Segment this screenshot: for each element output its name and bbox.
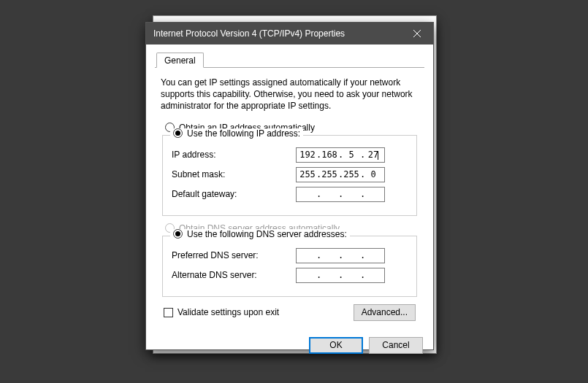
validate-row[interactable]: Validate settings upon exit: [164, 307, 279, 317]
radio-ip-manual[interactable]: [173, 128, 183, 138]
intro-text: You can get IP settings assigned automat…: [161, 77, 419, 112]
alternate-dns-input[interactable]: . . .: [296, 268, 385, 283]
radio-ip-manual-label: Use the following IP address:: [187, 128, 300, 139]
ip-address-label: IP address:: [172, 150, 296, 160]
mask-oct2[interactable]: 255: [321, 169, 338, 179]
preferred-dns-input[interactable]: . . .: [296, 248, 385, 263]
advanced-button[interactable]: Advanced...: [354, 304, 416, 321]
close-button[interactable]: [400, 23, 433, 45]
mask-oct4[interactable]: 0: [364, 169, 382, 179]
group-ip-legend[interactable]: Use the following IP address:: [170, 128, 303, 139]
client-area: General You can get IP settings assigned…: [146, 45, 433, 330]
validate-checkbox[interactable]: [164, 308, 173, 317]
mask-oct3[interactable]: 255: [343, 169, 360, 179]
alternate-dns-label: Alternate DNS server:: [172, 270, 296, 280]
tab-body-general: You can get IP settings assigned automat…: [155, 68, 424, 321]
tab-strip: General: [155, 52, 424, 68]
subnet-mask-label: Subnet mask:: [172, 169, 296, 179]
properties-dialog: Internet Protocol Version 4 (TCP/IPv4) P…: [145, 22, 434, 350]
ip-addr-oct1[interactable]: 192: [299, 150, 316, 160]
radio-dns-manual[interactable]: [173, 229, 183, 239]
validate-label: Validate settings upon exit: [177, 307, 279, 317]
cancel-button[interactable]: Cancel: [369, 337, 423, 354]
close-icon: [413, 30, 421, 37]
text-caret: [378, 151, 378, 160]
group-ip: Use the following IP address: IP address…: [162, 135, 417, 216]
group-dns: Use the following DNS server addresses: …: [162, 236, 417, 297]
tab-general[interactable]: General: [156, 53, 204, 68]
window-title: Internet Protocol Version 4 (TCP/IPv4) P…: [153, 28, 345, 39]
default-gateway-label: Default gateway:: [172, 189, 296, 199]
ip-addr-oct3[interactable]: 5: [343, 150, 360, 160]
dialog-footer: OK Cancel: [146, 330, 433, 361]
mask-oct1[interactable]: 255: [299, 169, 316, 179]
ip-addr-oct4[interactable]: 27: [364, 150, 382, 160]
ok-button[interactable]: OK: [309, 337, 363, 354]
radio-dns-manual-label: Use the following DNS server addresses:: [187, 229, 347, 239]
ip-address-input[interactable]: 192. 168. 5. 27: [296, 147, 385, 163]
subnet-mask-input[interactable]: 255. 255. 255. 0: [296, 167, 385, 182]
titlebar: Internet Protocol Version 4 (TCP/IPv4) P…: [146, 23, 433, 45]
ip-addr-oct2[interactable]: 168: [321, 150, 338, 160]
group-dns-legend[interactable]: Use the following DNS server addresses:: [170, 229, 350, 239]
preferred-dns-label: Preferred DNS server:: [172, 250, 296, 260]
default-gateway-input[interactable]: . . .: [296, 187, 385, 202]
